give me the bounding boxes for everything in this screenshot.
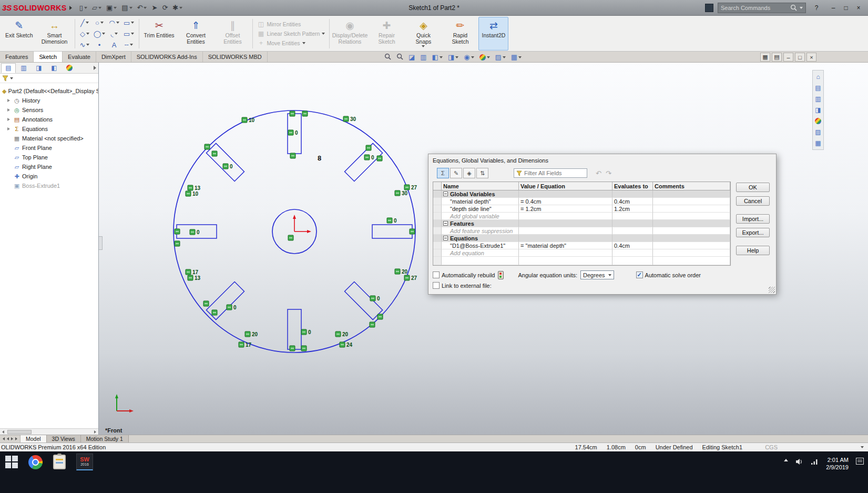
- tab-scroll-buttons[interactable]: [0, 435, 21, 442]
- slot-caret-icon[interactable]: [131, 33, 134, 35]
- cell-value[interactable]: = 1.2cm: [519, 205, 612, 213]
- section-header-row[interactable]: Global Variables: [433, 190, 730, 198]
- row-selector[interactable]: [433, 198, 442, 205]
- print-button[interactable]: ▤: [119, 2, 134, 14]
- tab-evaluate[interactable]: Evaluate: [63, 52, 96, 62]
- instant2d-button[interactable]: ⇄Instant2D: [478, 17, 508, 51]
- convert-entities-button[interactable]: ⇑Convert Entities: [177, 17, 214, 51]
- maximize-button[interactable]: □: [840, 3, 852, 13]
- circle-caret-icon[interactable]: [100, 22, 104, 24]
- featuremanager-flyout-handle[interactable]: [99, 236, 103, 250]
- appearances-button[interactable]: [813, 116, 823, 126]
- feature-manager-tab[interactable]: ▤: [1, 63, 16, 73]
- cell-name[interactable]: "material depth": [442, 198, 519, 205]
- sketch-slot[interactable]: [288, 309, 301, 349]
- start-button[interactable]: [4, 454, 19, 470]
- tree-item-sensors[interactable]: ◎Sensors: [2, 105, 98, 115]
- tree-root-item[interactable]: ◆Part2 (Default<<Default>_Display State: [2, 86, 98, 96]
- dimension-label[interactable]: 30: [350, 116, 356, 122]
- tree-item-history[interactable]: ◷History: [2, 96, 98, 105]
- doc-tab-3d-views[interactable]: 3D Views: [47, 435, 81, 442]
- undo-icon[interactable]: ↶: [596, 169, 601, 177]
- minimize-doc-button[interactable]: –: [783, 53, 793, 62]
- options-caret-icon[interactable]: [179, 7, 182, 9]
- dimension-label[interactable]: 20: [252, 331, 258, 337]
- dimension-label[interactable]: 24: [346, 342, 353, 348]
- dimension-label[interactable]: 10: [249, 117, 255, 123]
- save-caret-icon[interactable]: [114, 7, 117, 9]
- equations-table[interactable]: NameValue / EquationEvaluates toComments…: [433, 182, 731, 266]
- display-settings-button[interactable]: ◧: [431, 52, 444, 62]
- panel-expand-chevron-icon[interactable]: [94, 66, 96, 70]
- offset-entities-button[interactable]: ∥Offset Entities: [214, 17, 251, 51]
- ordered-view-button[interactable]: ⇅: [476, 168, 488, 178]
- linear-sketch-pattern-caret-icon[interactable]: [322, 33, 325, 35]
- dimension-label[interactable]: 0: [233, 305, 237, 310]
- rectangle-tool-button[interactable]: ▭: [122, 17, 136, 28]
- tab-sketch[interactable]: Sketch: [34, 52, 63, 62]
- print-caret-icon[interactable]: [129, 7, 132, 9]
- view-orientation-caret-icon[interactable]: [518, 56, 522, 58]
- unit-system[interactable]: CGS: [765, 444, 778, 450]
- exit-sketch-button[interactable]: ✎Exit Sketch: [2, 17, 36, 51]
- dimxpert-manager-tab[interactable]: ◧: [47, 63, 62, 73]
- solidworks-resources-button[interactable]: ⌂: [813, 72, 823, 82]
- new-button[interactable]: ▯: [77, 2, 89, 14]
- dimension-view-button[interactable]: ◈: [463, 168, 475, 178]
- dimension-label[interactable]: 13: [195, 185, 201, 191]
- rebuild-button[interactable]: ⟳: [160, 2, 170, 14]
- tree-item-top-plane[interactable]: ▱Top Plane: [2, 153, 98, 162]
- export-button[interactable]: Export...: [736, 228, 770, 237]
- ok-button[interactable]: OK: [736, 183, 770, 192]
- search-scope-caret-icon[interactable]: [800, 7, 803, 9]
- minimize-button[interactable]: –: [827, 3, 840, 13]
- tree-item-right-plane[interactable]: ▱Right Plane: [2, 162, 98, 172]
- tab-solidworks-mbd[interactable]: SOLIDWORKS MBD: [203, 52, 268, 62]
- solidworks-taskbar-icon[interactable]: SW 2016: [75, 454, 94, 470]
- circle-tool-button[interactable]: ○: [93, 17, 107, 28]
- add-row-label[interactable]: Add feature suppression: [442, 227, 519, 235]
- sketch-slot[interactable]: [372, 225, 412, 238]
- file-explorer-button[interactable]: ▥: [813, 94, 823, 104]
- open-button[interactable]: ▱: [90, 2, 104, 14]
- taskbar-clock[interactable]: 2:01 AM 2/9/2019: [826, 457, 849, 471]
- collapse-icon[interactable]: [443, 236, 448, 240]
- move-entities-button[interactable]: +Move Entities: [257, 39, 325, 47]
- search-commands-box[interactable]: [718, 3, 806, 13]
- file-explorer-taskbar-icon[interactable]: [52, 454, 67, 470]
- scrollbar-thumb[interactable]: [7, 430, 32, 434]
- dimension-label[interactable]: 17: [192, 269, 199, 275]
- cell-name[interactable]: "depth side line": [442, 205, 519, 213]
- table-row[interactable]: "material depth"= 0.4cm0.4cm: [433, 198, 730, 205]
- redo-icon[interactable]: ↷: [606, 169, 611, 177]
- quick-snaps-button[interactable]: ◈Quick Snaps: [405, 17, 442, 51]
- fillet-caret-icon[interactable]: [115, 33, 118, 35]
- close-button[interactable]: ×: [852, 3, 865, 13]
- arc-tool-button[interactable]: ◠: [107, 17, 121, 28]
- tree-item-boss-extrude1[interactable]: ▣Boss-Extrude1: [2, 181, 98, 190]
- smart-dimension-button[interactable]: ↔Smart Dimension: [36, 17, 73, 51]
- mirror-entities-button[interactable]: ◫Mirror Entities: [257, 21, 325, 28]
- new-window-button[interactable]: ▤: [772, 53, 782, 62]
- tab-features[interactable]: Features: [0, 52, 34, 62]
- apply-scene-button[interactable]: ▨: [494, 52, 507, 62]
- configuration-manager-tab[interactable]: ◨: [32, 63, 46, 73]
- view-orientation-button[interactable]: ▦: [509, 52, 523, 62]
- polygon-caret-icon[interactable]: [86, 33, 89, 35]
- rectangle-caret-icon[interactable]: [131, 22, 134, 24]
- expand-arrow-icon[interactable]: [7, 117, 12, 122]
- logo-flyout-arrow-icon[interactable]: [69, 6, 72, 10]
- linear-sketch-pattern-button[interactable]: ▦Linear Sketch Pattern: [257, 30, 325, 37]
- dimension-label[interactable]: 27: [411, 275, 417, 281]
- network-icon[interactable]: [811, 458, 819, 465]
- tray-chevron-icon[interactable]: [784, 459, 788, 461]
- dimension-label[interactable]: 0: [377, 296, 380, 301]
- open-caret-icon[interactable]: [98, 7, 101, 9]
- doc-tab-motion-study-1[interactable]: Motion Study 1: [81, 435, 129, 442]
- construction-caret-icon[interactable]: [130, 44, 133, 46]
- expand-arrow-icon[interactable]: [7, 127, 12, 131]
- spline-caret-icon[interactable]: [86, 44, 89, 46]
- edit-appearance-button[interactable]: [478, 52, 492, 62]
- dimension-label[interactable]: 27: [411, 185, 417, 190]
- cancel-button[interactable]: Cancel: [736, 196, 770, 206]
